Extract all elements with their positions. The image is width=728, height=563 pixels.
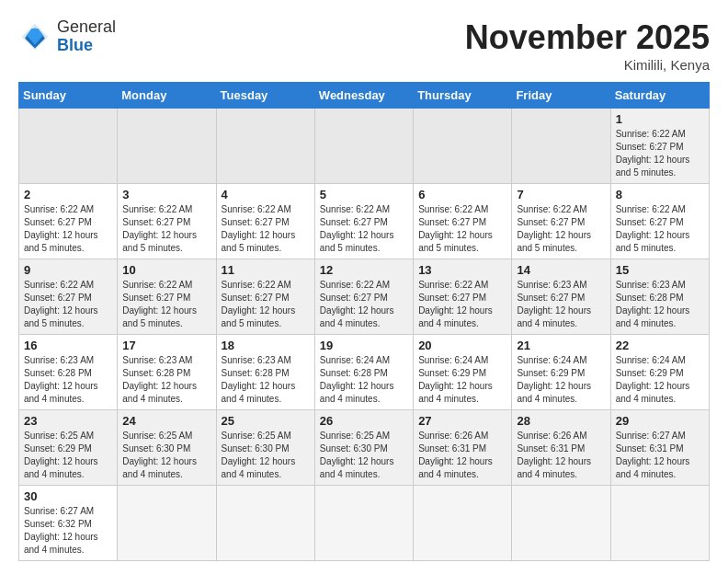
- day-info: Sunrise: 6:22 AM Sunset: 6:27 PM Dayligh…: [122, 279, 210, 330]
- day-number: 27: [418, 414, 506, 428]
- day-number: 5: [320, 188, 408, 201]
- day-info: Sunrise: 6:22 AM Sunset: 6:27 PM Dayligh…: [418, 203, 506, 255]
- calendar-cell: 18Sunrise: 6:23 AM Sunset: 6:28 PM Dayli…: [216, 335, 314, 410]
- calendar-cell: 1Sunrise: 6:22 AM Sunset: 6:27 PM Daylig…: [610, 109, 709, 184]
- logo-text: General Blue: [57, 18, 116, 55]
- calendar-row-2: 9Sunrise: 6:22 AM Sunset: 6:27 PM Daylig…: [19, 259, 710, 335]
- day-info: Sunrise: 6:26 AM Sunset: 6:31 PM Dayligh…: [517, 430, 605, 481]
- day-number: 29: [616, 414, 704, 428]
- day-number: 17: [122, 339, 210, 352]
- day-info: Sunrise: 6:23 AM Sunset: 6:28 PM Dayligh…: [122, 354, 210, 406]
- weekday-friday: Friday: [512, 83, 610, 109]
- calendar-cell: 15Sunrise: 6:23 AM Sunset: 6:28 PM Dayli…: [610, 259, 709, 335]
- day-info: Sunrise: 6:24 AM Sunset: 6:28 PM Dayligh…: [320, 354, 408, 406]
- day-number: 26: [320, 414, 408, 428]
- calendar-cell: [414, 486, 512, 561]
- calendar-cell: 29Sunrise: 6:27 AM Sunset: 6:31 PM Dayli…: [610, 410, 709, 486]
- calendar-cell: 20Sunrise: 6:24 AM Sunset: 6:29 PM Dayli…: [414, 335, 512, 410]
- day-number: 12: [320, 263, 408, 277]
- day-number: 23: [24, 414, 112, 428]
- day-info: Sunrise: 6:24 AM Sunset: 6:29 PM Dayligh…: [418, 354, 506, 406]
- day-number: 3: [122, 188, 210, 201]
- weekday-thursday: Thursday: [414, 83, 512, 109]
- day-info: Sunrise: 6:25 AM Sunset: 6:30 PM Dayligh…: [222, 430, 310, 481]
- calendar-cell: 3Sunrise: 6:22 AM Sunset: 6:27 PM Daylig…: [118, 184, 216, 259]
- day-number: 10: [122, 263, 210, 277]
- calendar-cell: 14Sunrise: 6:23 AM Sunset: 6:27 PM Dayli…: [512, 259, 610, 335]
- calendar-cell: 30Sunrise: 6:27 AM Sunset: 6:32 PM Dayli…: [19, 486, 118, 561]
- calendar-cell: [314, 109, 413, 184]
- day-info: Sunrise: 6:22 AM Sunset: 6:27 PM Dayligh…: [418, 279, 506, 330]
- calendar-cell: 23Sunrise: 6:25 AM Sunset: 6:29 PM Dayli…: [19, 410, 118, 486]
- calendar-cell: [512, 109, 610, 184]
- calendar-table: SundayMondayTuesdayWednesdayThursdayFrid…: [18, 82, 710, 561]
- day-number: 6: [418, 188, 506, 201]
- calendar-cell: 19Sunrise: 6:24 AM Sunset: 6:28 PM Dayli…: [314, 335, 413, 410]
- day-info: Sunrise: 6:22 AM Sunset: 6:27 PM Dayligh…: [24, 203, 112, 255]
- day-info: Sunrise: 6:23 AM Sunset: 6:27 PM Dayligh…: [517, 279, 605, 330]
- day-info: Sunrise: 6:22 AM Sunset: 6:27 PM Dayligh…: [616, 203, 704, 255]
- calendar-cell: 17Sunrise: 6:23 AM Sunset: 6:28 PM Dayli…: [118, 335, 216, 410]
- day-number: 30: [24, 489, 112, 503]
- calendar-cell: 8Sunrise: 6:22 AM Sunset: 6:27 PM Daylig…: [610, 184, 709, 259]
- day-info: Sunrise: 6:23 AM Sunset: 6:28 PM Dayligh…: [616, 279, 704, 330]
- calendar-row-5: 30Sunrise: 6:27 AM Sunset: 6:32 PM Dayli…: [19, 486, 710, 561]
- weekday-saturday: Saturday: [610, 83, 709, 109]
- calendar-cell: 26Sunrise: 6:25 AM Sunset: 6:30 PM Dayli…: [314, 410, 413, 486]
- calendar-cell: 13Sunrise: 6:22 AM Sunset: 6:27 PM Dayli…: [414, 259, 512, 335]
- calendar-cell: [610, 486, 709, 561]
- calendar-cell: 5Sunrise: 6:22 AM Sunset: 6:27 PM Daylig…: [314, 184, 413, 259]
- calendar-cell: [216, 109, 314, 184]
- day-info: Sunrise: 6:25 AM Sunset: 6:30 PM Dayligh…: [320, 430, 408, 481]
- day-number: 18: [222, 339, 310, 352]
- calendar-cell: 10Sunrise: 6:22 AM Sunset: 6:27 PM Dayli…: [118, 259, 216, 335]
- day-number: 13: [418, 263, 506, 277]
- day-info: Sunrise: 6:23 AM Sunset: 6:28 PM Dayligh…: [24, 354, 112, 406]
- day-number: 11: [222, 263, 310, 277]
- day-info: Sunrise: 6:24 AM Sunset: 6:29 PM Dayligh…: [517, 354, 605, 406]
- calendar-cell: 4Sunrise: 6:22 AM Sunset: 6:27 PM Daylig…: [216, 184, 314, 259]
- weekday-header-row: SundayMondayTuesdayWednesdayThursdayFrid…: [19, 83, 710, 109]
- month-title: November 2025: [465, 18, 710, 57]
- weekday-wednesday: Wednesday: [314, 83, 413, 109]
- calendar-cell: 2Sunrise: 6:22 AM Sunset: 6:27 PM Daylig…: [19, 184, 118, 259]
- calendar-cell: 9Sunrise: 6:22 AM Sunset: 6:27 PM Daylig…: [19, 259, 118, 335]
- calendar-cell: [216, 486, 314, 561]
- day-number: 20: [418, 339, 506, 352]
- calendar-cell: [118, 486, 216, 561]
- day-number: 19: [320, 339, 408, 352]
- calendar-cell: [19, 109, 118, 184]
- location: Kimilili, Kenya: [465, 57, 710, 73]
- calendar-row-0: 1Sunrise: 6:22 AM Sunset: 6:27 PM Daylig…: [19, 109, 710, 184]
- day-info: Sunrise: 6:22 AM Sunset: 6:27 PM Dayligh…: [24, 279, 112, 330]
- calendar-cell: 28Sunrise: 6:26 AM Sunset: 6:31 PM Dayli…: [512, 410, 610, 486]
- weekday-sunday: Sunday: [19, 83, 118, 109]
- day-info: Sunrise: 6:22 AM Sunset: 6:27 PM Dayligh…: [122, 203, 210, 255]
- day-number: 9: [24, 263, 112, 277]
- day-info: Sunrise: 6:27 AM Sunset: 6:31 PM Dayligh…: [616, 430, 704, 481]
- day-info: Sunrise: 6:22 AM Sunset: 6:27 PM Dayligh…: [222, 279, 310, 330]
- day-info: Sunrise: 6:22 AM Sunset: 6:27 PM Dayligh…: [222, 203, 310, 255]
- day-info: Sunrise: 6:25 AM Sunset: 6:30 PM Dayligh…: [122, 430, 210, 481]
- calendar-row-4: 23Sunrise: 6:25 AM Sunset: 6:29 PM Dayli…: [19, 410, 710, 486]
- calendar-cell: 21Sunrise: 6:24 AM Sunset: 6:29 PM Dayli…: [512, 335, 610, 410]
- day-info: Sunrise: 6:25 AM Sunset: 6:29 PM Dayligh…: [24, 430, 112, 481]
- day-number: 7: [517, 188, 605, 201]
- day-info: Sunrise: 6:22 AM Sunset: 6:27 PM Dayligh…: [320, 279, 408, 330]
- calendar-row-3: 16Sunrise: 6:23 AM Sunset: 6:28 PM Dayli…: [19, 335, 710, 410]
- logo: General Blue: [18, 18, 116, 55]
- calendar-cell: 11Sunrise: 6:22 AM Sunset: 6:27 PM Dayli…: [216, 259, 314, 335]
- day-info: Sunrise: 6:23 AM Sunset: 6:28 PM Dayligh…: [222, 354, 310, 406]
- day-number: 8: [616, 188, 704, 201]
- day-number: 28: [517, 414, 605, 428]
- calendar-cell: [118, 109, 216, 184]
- day-info: Sunrise: 6:26 AM Sunset: 6:31 PM Dayligh…: [418, 430, 506, 481]
- calendar-cell: 24Sunrise: 6:25 AM Sunset: 6:30 PM Dayli…: [118, 410, 216, 486]
- day-number: 21: [517, 339, 605, 352]
- day-number: 25: [222, 414, 310, 428]
- calendar-cell: [512, 486, 610, 561]
- day-number: 16: [24, 339, 112, 352]
- day-number: 24: [122, 414, 210, 428]
- day-info: Sunrise: 6:27 AM Sunset: 6:32 PM Dayligh…: [24, 505, 112, 557]
- calendar-cell: [314, 486, 413, 561]
